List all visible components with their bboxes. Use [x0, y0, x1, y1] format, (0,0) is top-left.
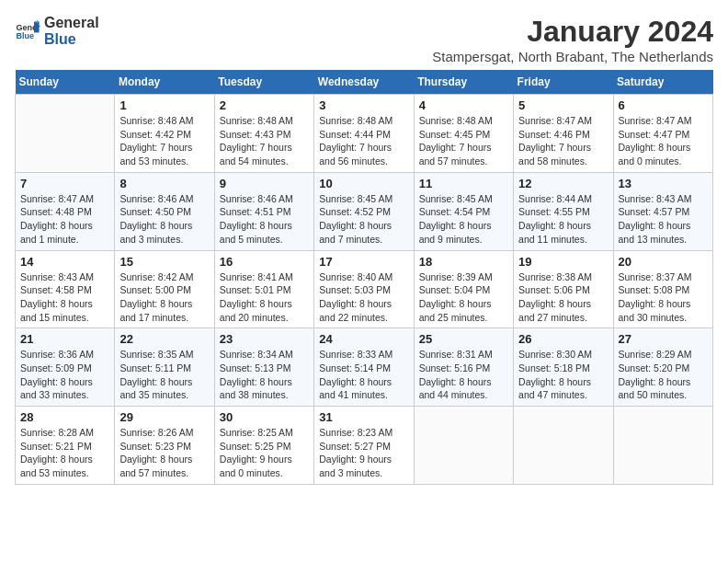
day-number: 17	[319, 255, 408, 269]
day-number: 13	[619, 177, 708, 190]
day-number: 10	[319, 177, 408, 190]
day-number: 2	[220, 98, 309, 112]
calendar-cell: 25Sunrise: 8:31 AM Sunset: 5:16 PM Dayli…	[414, 328, 513, 407]
day-number: 23	[220, 332, 309, 346]
header-saturday: Saturday	[613, 70, 712, 95]
day-info: Sunrise: 8:48 AM Sunset: 4:42 PM Dayligh…	[119, 114, 209, 168]
day-number: 14	[20, 255, 109, 269]
logo-line2: Blue	[44, 31, 99, 48]
day-number: 18	[419, 255, 508, 269]
day-number: 7	[20, 177, 109, 190]
calendar-cell: 15Sunrise: 8:42 AM Sunset: 5:00 PM Dayli…	[115, 250, 214, 328]
calendar-header-row: SundayMondayTuesdayWednesdayThursdayFrid…	[16, 70, 713, 95]
logo: General Blue General Blue	[15, 15, 99, 47]
calendar-cell: 13Sunrise: 8:43 AM Sunset: 4:57 PM Dayli…	[613, 172, 712, 250]
calendar-cell: 20Sunrise: 8:37 AM Sunset: 5:08 PM Dayli…	[613, 250, 712, 328]
calendar-week-row: 7Sunrise: 8:47 AM Sunset: 4:48 PM Daylig…	[16, 172, 713, 250]
day-number: 29	[119, 410, 209, 424]
day-info: Sunrise: 8:40 AM Sunset: 5:03 PM Dayligh…	[319, 270, 408, 325]
day-number: 9	[220, 177, 309, 190]
calendar-cell: 3Sunrise: 8:48 AM Sunset: 4:44 PM Daylig…	[314, 95, 414, 173]
day-info: Sunrise: 8:30 AM Sunset: 5:18 PM Dayligh…	[518, 348, 608, 402]
calendar-cell: 2Sunrise: 8:48 AM Sunset: 4:43 PM Daylig…	[214, 95, 313, 173]
day-number: 3	[319, 98, 408, 112]
header-monday: Monday	[115, 70, 214, 95]
day-number: 19	[518, 255, 608, 269]
header-wednesday: Wednesday	[314, 70, 414, 95]
day-info: Sunrise: 8:37 AM Sunset: 5:08 PM Dayligh…	[619, 270, 708, 325]
page-header: General Blue General Blue January 2024 S…	[15, 15, 713, 64]
day-number: 16	[220, 255, 309, 269]
day-number: 25	[419, 332, 508, 346]
calendar-cell: 31Sunrise: 8:23 AM Sunset: 5:27 PM Dayli…	[314, 407, 414, 485]
calendar-cell: 12Sunrise: 8:44 AM Sunset: 4:55 PM Dayli…	[514, 172, 613, 250]
calendar-cell: 9Sunrise: 8:46 AM Sunset: 4:51 PM Daylig…	[214, 172, 313, 250]
calendar-cell: 17Sunrise: 8:40 AM Sunset: 5:03 PM Dayli…	[314, 250, 414, 328]
day-info: Sunrise: 8:45 AM Sunset: 4:52 PM Dayligh…	[319, 192, 408, 247]
calendar-cell: 7Sunrise: 8:47 AM Sunset: 4:48 PM Daylig…	[16, 172, 115, 250]
calendar-cell: 1Sunrise: 8:48 AM Sunset: 4:42 PM Daylig…	[115, 95, 214, 173]
day-info: Sunrise: 8:43 AM Sunset: 4:57 PM Dayligh…	[619, 192, 708, 247]
title-area: January 2024 Stampersgat, North Brabant,…	[432, 15, 713, 64]
calendar-cell: 5Sunrise: 8:47 AM Sunset: 4:46 PM Daylig…	[514, 95, 613, 173]
calendar-cell: 21Sunrise: 8:36 AM Sunset: 5:09 PM Dayli…	[16, 328, 115, 407]
day-number: 20	[619, 255, 708, 269]
day-info: Sunrise: 8:29 AM Sunset: 5:20 PM Dayligh…	[619, 348, 708, 402]
day-number: 22	[119, 332, 209, 346]
logo-icon: General Blue	[15, 18, 40, 44]
day-number: 4	[419, 98, 508, 112]
calendar-cell: 23Sunrise: 8:34 AM Sunset: 5:13 PM Dayli…	[214, 328, 313, 407]
logo-line1: General	[44, 15, 99, 31]
day-info: Sunrise: 8:35 AM Sunset: 5:11 PM Dayligh…	[119, 348, 209, 402]
day-info: Sunrise: 8:48 AM Sunset: 4:44 PM Dayligh…	[319, 114, 408, 168]
day-info: Sunrise: 8:39 AM Sunset: 5:04 PM Dayligh…	[419, 270, 508, 325]
day-number: 30	[220, 410, 309, 424]
day-number: 15	[119, 255, 209, 269]
calendar-cell: 22Sunrise: 8:35 AM Sunset: 5:11 PM Dayli…	[115, 328, 214, 407]
calendar-cell	[16, 95, 115, 173]
day-info: Sunrise: 8:46 AM Sunset: 4:50 PM Dayligh…	[119, 192, 209, 247]
calendar-cell: 19Sunrise: 8:38 AM Sunset: 5:06 PM Dayli…	[514, 250, 613, 328]
day-info: Sunrise: 8:23 AM Sunset: 5:27 PM Dayligh…	[319, 426, 408, 480]
calendar-cell: 27Sunrise: 8:29 AM Sunset: 5:20 PM Dayli…	[613, 328, 712, 407]
day-number: 31	[319, 410, 408, 424]
day-info: Sunrise: 8:28 AM Sunset: 5:21 PM Dayligh…	[20, 426, 109, 480]
day-info: Sunrise: 8:41 AM Sunset: 5:01 PM Dayligh…	[220, 270, 309, 325]
day-number: 28	[20, 410, 109, 424]
calendar-cell: 10Sunrise: 8:45 AM Sunset: 4:52 PM Dayli…	[314, 172, 414, 250]
day-info: Sunrise: 8:31 AM Sunset: 5:16 PM Dayligh…	[419, 348, 508, 402]
day-number: 8	[119, 177, 209, 190]
header-tuesday: Tuesday	[214, 70, 313, 95]
calendar-cell: 18Sunrise: 8:39 AM Sunset: 5:04 PM Dayli…	[414, 250, 513, 328]
day-number: 5	[518, 98, 608, 112]
calendar-cell: 4Sunrise: 8:48 AM Sunset: 4:45 PM Daylig…	[414, 95, 513, 173]
calendar-week-row: 14Sunrise: 8:43 AM Sunset: 4:58 PM Dayli…	[16, 250, 713, 328]
svg-text:Blue: Blue	[16, 31, 34, 40]
calendar-cell: 14Sunrise: 8:43 AM Sunset: 4:58 PM Dayli…	[16, 250, 115, 328]
month-title: January 2024	[432, 15, 713, 49]
day-number: 26	[518, 332, 608, 346]
day-info: Sunrise: 8:47 AM Sunset: 4:46 PM Dayligh…	[518, 114, 608, 168]
day-info: Sunrise: 8:26 AM Sunset: 5:23 PM Dayligh…	[119, 426, 209, 480]
calendar-table: SundayMondayTuesdayWednesdayThursdayFrid…	[15, 70, 713, 485]
day-number: 11	[419, 177, 508, 190]
calendar-cell	[414, 407, 513, 485]
day-info: Sunrise: 8:47 AM Sunset: 4:48 PM Dayligh…	[20, 192, 109, 247]
day-info: Sunrise: 8:34 AM Sunset: 5:13 PM Dayligh…	[220, 348, 309, 402]
day-info: Sunrise: 8:47 AM Sunset: 4:47 PM Dayligh…	[619, 114, 708, 168]
calendar-cell: 16Sunrise: 8:41 AM Sunset: 5:01 PM Dayli…	[214, 250, 313, 328]
day-info: Sunrise: 8:44 AM Sunset: 4:55 PM Dayligh…	[518, 192, 608, 247]
calendar-week-row: 21Sunrise: 8:36 AM Sunset: 5:09 PM Dayli…	[16, 328, 713, 407]
calendar-cell: 29Sunrise: 8:26 AM Sunset: 5:23 PM Dayli…	[115, 407, 214, 485]
calendar-cell: 24Sunrise: 8:33 AM Sunset: 5:14 PM Dayli…	[314, 328, 414, 407]
calendar-cell: 30Sunrise: 8:25 AM Sunset: 5:25 PM Dayli…	[214, 407, 313, 485]
day-info: Sunrise: 8:36 AM Sunset: 5:09 PM Dayligh…	[20, 348, 109, 402]
day-info: Sunrise: 8:45 AM Sunset: 4:54 PM Dayligh…	[419, 192, 508, 247]
location-subtitle: Stampersgat, North Brabant, The Netherla…	[432, 49, 713, 64]
day-info: Sunrise: 8:48 AM Sunset: 4:43 PM Dayligh…	[220, 114, 309, 168]
day-number: 1	[119, 98, 209, 112]
day-number: 12	[518, 177, 608, 190]
header-thursday: Thursday	[414, 70, 513, 95]
day-number: 27	[619, 332, 708, 346]
calendar-week-row: 28Sunrise: 8:28 AM Sunset: 5:21 PM Dayli…	[16, 407, 713, 485]
